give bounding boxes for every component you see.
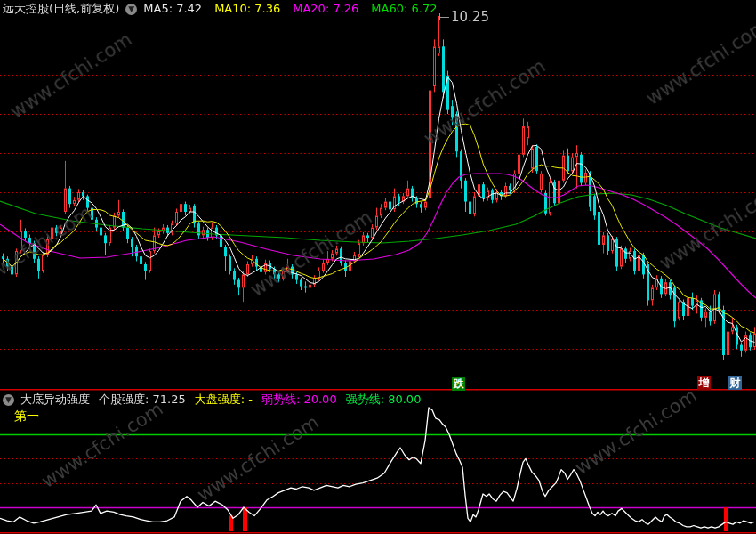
main-chart-header: 远大控股(日线,前复权) ▼ MA5: 7.42MA10: 7.36MA20: … [3,2,449,16]
indicator-field: 大盘强度: - [195,392,253,406]
ma-label: MA10: 7.36 [214,2,280,15]
chart-canvas[interactable] [0,0,756,534]
marker-die: 跌 [452,377,465,391]
ma-label: MA5: 7.42 [143,2,202,15]
marker-zeng: 增 [697,376,711,390]
indicator-fields: 大底异动强度个股强度: 71.25大盘强度: -弱势线: 20.00强势线: 8… [20,392,430,407]
ma-label: MA60: 6.72 [371,2,437,15]
indicator-field: 大底异动强度 [20,392,90,406]
indicator-field: 强势线: 80.00 [346,392,422,406]
indicator-field: 个股强度: 71.25 [99,392,186,406]
chevron-down-icon[interactable]: ▼ [3,394,14,406]
indicator-header: ▼ 大底异动强度个股强度: 71.25大盘强度: -弱势线: 20.00强势线:… [3,392,430,407]
stock-title: 远大控股(日线,前复权) [3,2,119,16]
marker-cai: 财 [728,376,742,390]
stock-chart-window: 远大控股(日线,前复权) ▼ MA5: 7.42MA10: 7.36MA20: … [0,0,756,534]
ma-legend: MA5: 7.42MA10: 7.36MA20: 7.26MA60: 6.72 [143,2,449,16]
chevron-down-icon[interactable]: ▼ [125,4,137,15]
indicator-field: 弱势线: 20.00 [261,392,337,406]
peak-price-label: 10.25 [451,9,489,25]
indicator-tag-label: 第一 [14,409,39,425]
ma-label: MA20: 7.26 [293,2,358,15]
